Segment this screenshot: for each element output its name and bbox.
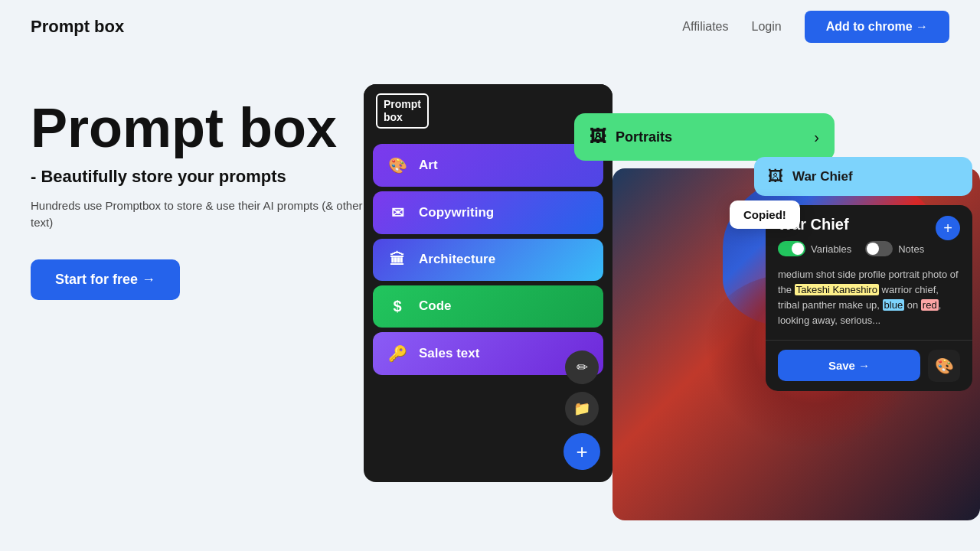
navbar: Prompt box Affiliates Login Add to chrom… (0, 0, 980, 54)
warchief-detail-panel: War Chief + Variables Notes medium shot … (766, 205, 972, 391)
affiliates-link[interactable]: Affiliates (682, 20, 728, 34)
sales-icon: 🔑 (387, 344, 408, 363)
warchief-banner-title: War Chief (792, 169, 853, 184)
variables-label: Variables (811, 243, 851, 255)
toggle-knob-on (792, 243, 804, 255)
warchief-prompt-text: medium shot side profile portrait photo … (778, 267, 960, 329)
start-for-free-button[interactable]: Start for free → (31, 259, 180, 300)
login-link[interactable]: Login (752, 20, 782, 34)
warchief-banner[interactable]: 🖼 War Chief (754, 157, 972, 196)
hero-subtitle: Beautifully store your prompts (31, 167, 375, 187)
portraits-label-group: 🖼 Portraits (590, 127, 672, 147)
category-architecture[interactable]: 🏛 Architecture (373, 239, 603, 281)
copywriting-icon: ✉ (387, 204, 408, 222)
promptbox-footer: ✏ 📁 + (564, 350, 600, 470)
save-button[interactable]: Save → (778, 350, 920, 381)
portraits-panel[interactable]: 🖼 Portraits › (574, 113, 835, 161)
variables-toggle-group: Variables (778, 241, 851, 256)
hero-title: Prompt box (31, 99, 375, 158)
edit-button[interactable]: ✏ (565, 350, 599, 384)
palette-button[interactable]: 🎨 (928, 350, 960, 382)
categories-list: 🎨 Art ✉ Copywriting 🏛 Architecture $ Cod… (364, 138, 612, 386)
category-art-label: Art (419, 158, 438, 173)
highlight-blue: blue (883, 299, 905, 311)
notes-toggle-group: Notes (865, 241, 924, 256)
warchief-add-button[interactable]: + (936, 216, 960, 240)
category-code[interactable]: $ Code (373, 285, 603, 328)
category-art[interactable]: 🎨 Art (373, 144, 603, 187)
portraits-label: Portraits (616, 129, 672, 145)
variables-toggle[interactable] (778, 241, 805, 256)
add-prompt-button[interactable]: + (564, 433, 600, 470)
notes-toggle[interactable] (865, 241, 893, 256)
category-code-label: Code (419, 298, 452, 314)
warchief-footer: Save → 🎨 (766, 340, 972, 391)
category-sales-label: Sales text (419, 346, 479, 361)
art-icon: 🎨 (387, 156, 408, 174)
code-icon: $ (387, 298, 408, 315)
toggle-knob-off (867, 243, 879, 255)
category-copywriting[interactable]: ✉ Copywriting (373, 191, 603, 234)
folder-button[interactable]: 📁 (565, 392, 599, 425)
hero-description: Hundreds use Promptbox to store & use th… (31, 197, 375, 232)
category-copywriting-label: Copywriting (419, 205, 494, 220)
add-to-chrome-button[interactable]: Add to chrome → (805, 11, 949, 43)
portraits-chevron-icon: › (814, 129, 819, 146)
notes-label: Notes (898, 243, 924, 255)
category-architecture-label: Architecture (419, 252, 495, 267)
warchief-title: War Chief (778, 216, 960, 233)
hero-section: Prompt box Beautifully store your prompt… (0, 54, 375, 300)
architecture-icon: 🏛 (387, 251, 408, 269)
warchief-toggles: Variables Notes (778, 241, 960, 256)
highlight-red: red (921, 299, 939, 311)
copied-tooltip: Copied! (730, 201, 800, 229)
nav-logo: Prompt box (31, 17, 124, 37)
highlight-name: Takeshi Kaneshiro (795, 284, 879, 295)
promptbox-logo: Prompt box (376, 93, 429, 129)
portraits-icon: 🖼 (590, 127, 606, 147)
warchief-banner-icon: 🖼 (768, 168, 783, 185)
